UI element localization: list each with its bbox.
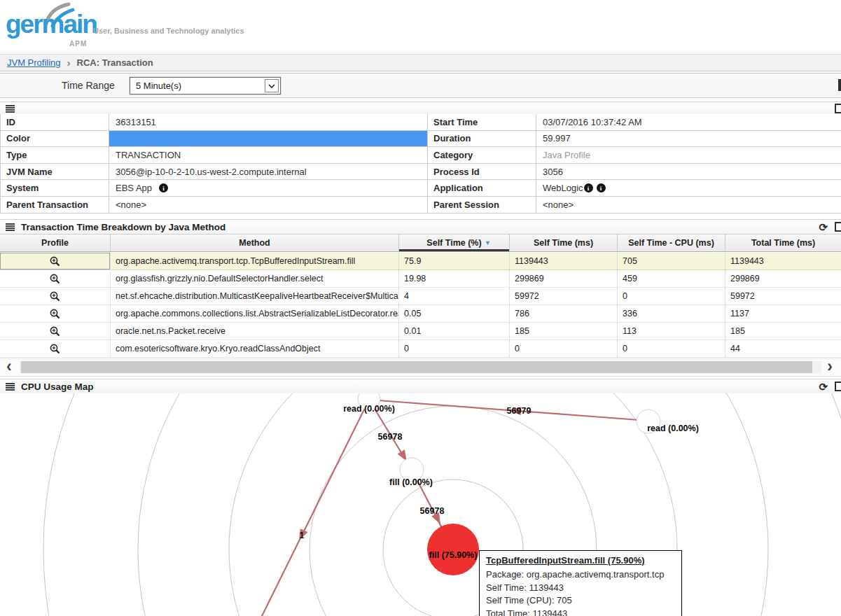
node-label: read (0.00%) <box>343 404 395 414</box>
field-label: Parent Session <box>428 197 536 213</box>
refresh-icon[interactable]: ⟳ <box>819 382 828 392</box>
cell-self-pct: 0.01 <box>399 323 510 340</box>
column-header-self-time-pct[interactable]: Self Time (%) ▼ <box>399 234 510 251</box>
tooltip-self-time: Self Time: 1139443 <box>486 582 675 595</box>
field-value-system[interactable]: EBS App <box>116 183 152 193</box>
panel-menu-icon[interactable] <box>6 223 15 231</box>
cell-self-pct: 75.9 <box>399 253 510 270</box>
profile-magnifier-icon[interactable] <box>49 273 61 285</box>
cell-self-pct: 19.98 <box>399 270 510 287</box>
cell-self-ms: 185 <box>510 323 618 340</box>
table-row[interactable]: oracle.net.ns.Packet.receive 0.01 185 11… <box>0 323 841 340</box>
profile-magnifier-icon[interactable] <box>49 290 61 302</box>
table-row[interactable]: com.esotericsoftware.kryo.Kryo.readClass… <box>0 340 841 358</box>
cell-method: org.glassfish.grizzly.nio.DefaultSelecto… <box>111 270 399 287</box>
profile-magnifier-icon[interactable] <box>49 326 61 337</box>
table-row: ID 36313151 Start Time 03/07/2016 10:37:… <box>1 114 841 131</box>
table-row: Parent Transaction <none> Parent Session… <box>1 197 841 214</box>
breakdown-title: Transaction Time Breakdown by Java Metho… <box>21 222 225 232</box>
cpu-map-canvas: read (0.00%) 56978 fill (0.00%) 56978 fi… <box>0 393 841 616</box>
column-header-method[interactable]: Method <box>111 234 399 251</box>
table-row[interactable]: org.glassfish.grizzly.nio.DefaultSelecto… <box>0 270 841 288</box>
table-row: Type TRANSACTION Category Java Profile <box>1 147 841 164</box>
select-chevron-icon <box>265 79 279 92</box>
field-label: Type <box>1 147 109 163</box>
transaction-details-table: ID 36313151 Start Time 03/07/2016 10:37:… <box>0 114 841 214</box>
node-tooltip: TcpBufferedInputStream.fill (75.90%) Pac… <box>479 550 682 616</box>
field-value-type: TRANSACTION <box>109 147 428 163</box>
cell-total-ms: 299869 <box>725 270 841 287</box>
column-header-self-time-ms[interactable]: Self Time (ms) <box>510 234 618 251</box>
field-value-category[interactable]: Java Profile <box>543 150 590 160</box>
column-header-label: Self Time (%) <box>426 238 481 248</box>
logo-apm-label: APM <box>69 40 87 48</box>
field-label: ID <box>1 114 109 130</box>
breadcrumb-current: RCA: Transaction <box>77 57 153 68</box>
field-label: Parent Transaction <box>1 197 109 213</box>
node-label: fill (0.00%) <box>389 477 433 487</box>
cell-method: org.apache.activemq.transport.tcp.TcpBuf… <box>111 253 399 270</box>
table-row[interactable]: org.apache.activemq.transport.tcp.TcpBuf… <box>0 253 841 270</box>
logo-text: germain <box>6 10 97 39</box>
edge-label: 56979 <box>507 406 531 416</box>
breadcrumb-link-jvm-profiling[interactable]: JVM Profiling <box>7 57 61 68</box>
field-value-process-id: 3056 <box>536 164 841 180</box>
scroll-right-icon[interactable]: › <box>827 358 833 374</box>
cell-self-pct: 0 <box>399 340 510 357</box>
cell-self-pct: 0.05 <box>399 305 510 322</box>
cpu-usage-map: read (0.00%) 56978 fill (0.00%) 56978 fi… <box>0 393 841 616</box>
edge-label: 1 <box>300 531 305 540</box>
time-range-label: Time Range <box>62 80 115 91</box>
transaction-color-swatch <box>109 131 427 147</box>
cell-self-cpu-ms: 459 <box>618 270 725 287</box>
breakdown-table-body: org.apache.activemq.transport.tcp.TcpBuf… <box>0 253 841 358</box>
panel-menu-icon[interactable] <box>6 105 15 113</box>
horizontal-scrollbar: ‹ › <box>0 358 841 377</box>
field-label: Start Time <box>428 114 536 130</box>
clipped-icon[interactable] <box>835 382 841 391</box>
clipped-icon[interactable] <box>835 104 841 113</box>
field-label: System <box>1 180 109 196</box>
cell-self-ms: 1139443 <box>510 253 618 270</box>
profile-magnifier-icon[interactable] <box>49 255 61 267</box>
scrollbar-thumb[interactable] <box>21 361 812 373</box>
column-header-profile[interactable]: Profile <box>0 234 111 251</box>
field-value-id: 36313151 <box>109 114 428 130</box>
page: germain APM User, Business and Technolog… <box>0 0 841 616</box>
tooltip-total-time: Total Time: 1139443 <box>486 608 675 616</box>
field-value-duration: 59.997 <box>536 131 841 147</box>
breakdown-panel-header: Transaction Time Breakdown by Java Metho… <box>0 219 841 234</box>
map-node-fill-main[interactable] <box>427 524 479 575</box>
cell-self-cpu-ms: 336 <box>618 305 725 322</box>
info-icon[interactable]: i <box>597 183 606 192</box>
field-value-application[interactable]: WebLogic <box>543 183 583 193</box>
table-row[interactable]: org.apache.commons.collections.list.Abst… <box>0 305 841 323</box>
tooltip-self-time-cpu: Self Time (CPU): 705 <box>486 594 675 608</box>
node-label: fill (75.90%) <box>429 550 478 560</box>
time-range-select[interactable]: 5 Minute(s) <box>130 77 281 94</box>
info-icon[interactable]: i <box>584 183 593 192</box>
refresh-icon[interactable]: ⟳ <box>819 222 828 232</box>
field-label: Process Id <box>428 164 536 180</box>
app-header: germain APM User, Business and Technolog… <box>0 0 841 54</box>
node-label: read (0.00%) <box>647 424 699 433</box>
panel-menu-icon[interactable] <box>6 383 15 391</box>
clipped-icon[interactable] <box>838 79 841 91</box>
cell-total-ms: 1137 <box>725 305 841 322</box>
info-icon[interactable]: i <box>159 183 168 192</box>
column-header-self-time-cpu-ms[interactable]: Self Time - CPU (ms) <box>618 234 725 251</box>
column-header-total-time-ms[interactable]: Total Time (ms) <box>725 234 841 251</box>
breadcrumb: JVM Profiling › RCA: Transaction <box>0 54 841 71</box>
cell-self-pct: 4 <box>399 288 510 304</box>
table-row: JVM Name 3056@ip-10-0-2-10.us-west-2.com… <box>1 164 841 181</box>
cell-self-ms: 59972 <box>510 288 618 304</box>
scroll-left-icon[interactable]: ‹ <box>6 358 12 374</box>
field-value-parent-transaction: <none> <box>109 197 428 213</box>
cell-self-cpu-ms: 0 <box>618 340 725 357</box>
table-row: Color Duration 59.997 <box>1 131 841 148</box>
cell-self-ms: 299869 <box>510 270 618 287</box>
table-row[interactable]: net.sf.ehcache.distribution.MulticastKee… <box>0 288 841 305</box>
profile-magnifier-icon[interactable] <box>49 343 61 355</box>
clipped-icon[interactable] <box>835 222 841 232</box>
profile-magnifier-icon[interactable] <box>49 308 61 320</box>
